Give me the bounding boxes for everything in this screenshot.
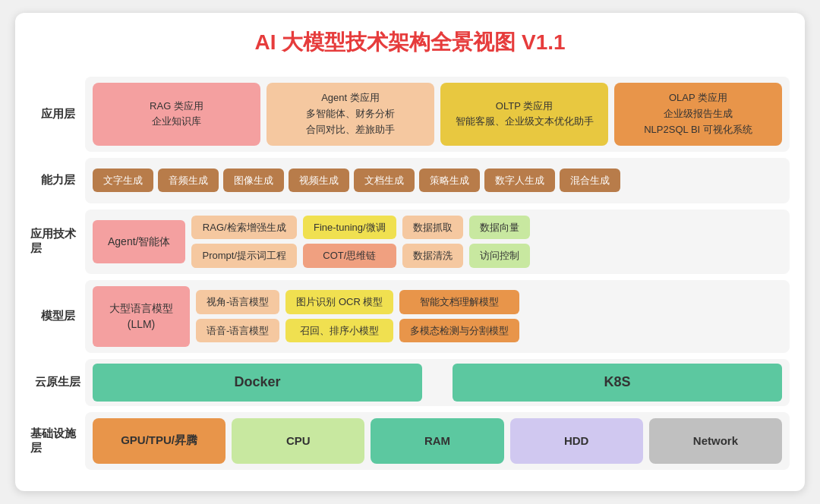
ability-image: 图像生成 — [223, 169, 284, 193]
app-card-rag: RAG 类应用企业知识库 — [93, 83, 260, 145]
infra-cpu: CPU — [232, 418, 364, 464]
model-llm: 大型语言模型(LLM) — [93, 286, 190, 347]
ability-layer-label: 能力层 — [30, 158, 85, 203]
infra-hdd: HDD — [510, 418, 643, 464]
infra-layer-row: 基础设施层 GPU/TPU/昇腾 CPU RAM HDD Network — [30, 412, 790, 470]
cloud-docker: Docker — [93, 364, 422, 402]
tech-rag-group: RAG/检索增强生成 Prompt/提示词工程 — [191, 216, 297, 268]
ability-text: 文字生成 — [93, 169, 153, 193]
tech-prompt: Prompt/提示词工程 — [191, 244, 297, 268]
cloud-layer-row: 云原生层 Docker K8S — [30, 359, 790, 406]
cloud-layer-content: Docker K8S — [85, 359, 790, 406]
model-speech: 语音-语言模型 — [196, 319, 279, 343]
cloud-k8s: K8S — [453, 364, 782, 402]
model-vision-group: 视角-语言模型 语音-语言模型 — [196, 290, 279, 342]
model-multimodal: 多模态检测与分割模型 — [399, 319, 519, 343]
infra-network: Network — [649, 418, 782, 464]
model-ocr-group: 图片识别 OCR 模型 召回、排序小模型 — [285, 290, 393, 342]
tech-layer-row: 应用技术层 Agent/智能体 RAG/检索增强生成 Prompt/提示词工程 … — [30, 209, 790, 274]
infra-layer-content: GPU/TPU/昇腾 CPU RAM HDD Network — [85, 412, 790, 470]
model-recall: 召回、排序小模型 — [285, 319, 393, 343]
ability-audio: 音频生成 — [158, 169, 219, 193]
tech-vector: 数据向量 — [469, 216, 530, 240]
page-title: AI 大模型技术架构全景视图 V1.1 — [30, 25, 790, 65]
ability-strategy: 策略生成 — [419, 169, 480, 193]
model-doc-group: 智能文档理解模型 多模态检测与分割模型 — [399, 290, 519, 342]
model-layer-content: 大型语言模型(LLM) 视角-语言模型 语音-语言模型 图片识别 OCR 模型 … — [85, 280, 790, 353]
ability-digital: 数字人生成 — [484, 169, 555, 193]
application-layer-content: RAG 类应用企业知识库 Agent 类应用多智能体、财务分析合同对比、差旅助手… — [85, 77, 790, 151]
app-card-agent: Agent 类应用多智能体、财务分析合同对比、差旅助手 — [266, 83, 434, 145]
app-card-oltp: OLTP 类应用智能客服、企业级文本优化助手 — [440, 83, 608, 145]
application-layer-row: 应用层 RAG 类应用企业知识库 Agent 类应用多智能体、财务分析合同对比、… — [30, 77, 790, 151]
ability-layer-row: 能力层 文字生成 音频生成 图像生成 视频生成 文档生成 策略生成 数字人生成 … — [30, 158, 790, 203]
ability-mixed: 混合生成 — [560, 169, 620, 193]
tech-datacrawl: 数据抓取 — [402, 216, 463, 240]
model-layer-row: 模型层 大型语言模型(LLM) 视角-语言模型 语音-语言模型 图片识别 OCR… — [30, 280, 790, 353]
tech-data-group: 数据抓取 数据清洗 — [402, 216, 463, 268]
infra-layer-label: 基础设施层 — [30, 412, 85, 470]
tech-cot: COT/思维链 — [303, 244, 396, 268]
app-card-olap: OLAP 类应用企业级报告生成NLP2SQL BI 可视化系统 — [614, 83, 782, 145]
tech-vector-group: 数据向量 访问控制 — [469, 216, 530, 268]
tech-rag: RAG/检索增强生成 — [191, 216, 297, 240]
tech-finetune: Fine-tuning/微调 — [303, 216, 396, 240]
tech-tune-group: Fine-tuning/微调 COT/思维链 — [303, 216, 396, 268]
model-docai: 智能文档理解模型 — [399, 290, 519, 314]
application-layer-label: 应用层 — [30, 77, 85, 151]
main-container: AI 大模型技术架构全景视图 V1.1 应用层 RAG 类应用企业知识库 Age… — [15, 13, 805, 490]
tech-layer-label: 应用技术层 — [30, 209, 85, 274]
infra-ram: RAM — [371, 418, 503, 464]
tech-agent: Agent/智能体 — [93, 220, 185, 263]
tech-access: 访问控制 — [469, 244, 530, 268]
tech-dataclean: 数据清洗 — [402, 244, 463, 268]
model-layer-label: 模型层 — [30, 280, 85, 353]
cloud-layer-label: 云原生层 — [30, 359, 85, 406]
model-ocr: 图片识别 OCR 模型 — [285, 290, 393, 314]
ability-layer-content: 文字生成 音频生成 图像生成 视频生成 文档生成 策略生成 数字人生成 混合生成 — [85, 158, 790, 203]
ability-video: 视频生成 — [289, 169, 349, 193]
infra-gpu: GPU/TPU/昇腾 — [93, 418, 226, 464]
tech-layer-content: Agent/智能体 RAG/检索增强生成 Prompt/提示词工程 Fine-t… — [85, 209, 790, 274]
model-vision: 视角-语言模型 — [196, 290, 279, 314]
ability-doc: 文档生成 — [354, 169, 415, 193]
